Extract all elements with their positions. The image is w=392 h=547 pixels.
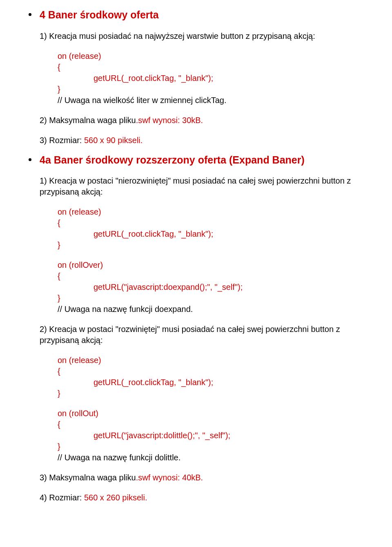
code-line-body: getURL(_root.clickTag, "_blank");	[58, 73, 363, 84]
step4-text-post: 560 x 260 pikseli.	[84, 493, 147, 502]
section-4a: 4a Baner środkowy rozszerzony oferta (Ex…	[29, 153, 363, 504]
code-line-on: on (release)	[58, 206, 363, 217]
step3-text-post: .swf wynosi: 40kB.	[136, 473, 203, 482]
section-4a-step4: 4) Rozmiar: 560 x 260 pikseli.	[40, 492, 363, 503]
code-line-close-brace: }	[58, 240, 363, 251]
code-line-close-brace: }	[58, 388, 363, 399]
bullet-icon	[29, 158, 31, 161]
section-4-code1: on (release) { getURL(_root.clickTag, "_…	[40, 51, 363, 106]
section-4-step2: 2) Maksymalna waga pliku.swf wynosi: 30k…	[40, 115, 363, 126]
section-4a-content: 4a Baner środkowy rozszerzony oferta (Ex…	[40, 153, 363, 504]
step2-text-pre: 2) Maksymalna waga pliku	[40, 116, 136, 125]
code-line-body: getURL("javascript:doexpand();", "_self"…	[58, 282, 363, 293]
code-line-open-brace: {	[58, 419, 363, 430]
code-line-close-brace: }	[58, 441, 363, 452]
section-4a-code4: on (rollOut) { getURL("javascript:dolitt…	[40, 408, 363, 463]
code-line-close-brace: }	[58, 293, 363, 304]
section-4a-step2: 2) Kreacja w postaci "rozwiniętej" musi …	[40, 324, 363, 346]
step4-text-pre: 4) Rozmiar:	[40, 493, 84, 502]
section-4a-step1: 1) Kreacja w postaci "nierozwiniętej" mu…	[40, 175, 363, 197]
code-line-on: on (release)	[58, 355, 363, 366]
section-4a-heading: 4a Baner środkowy rozszerzony oferta (Ex…	[40, 153, 363, 167]
code-line-on: on (rollOut)	[58, 408, 363, 419]
section-4a-code2: on (rollOver) { getURL("javascript:doexp…	[40, 260, 363, 315]
code-line-body: getURL("javascript:dolittle();", "_self"…	[58, 430, 363, 441]
code-comment: // Uwaga na nazwę funkcji doexpand.	[58, 304, 363, 315]
section-4-step3: 3) Rozmiar: 560 x 90 pikseli.	[40, 135, 363, 146]
code-line-body: getURL(_root.clickTag, "_blank");	[58, 377, 363, 388]
code-line-close-brace: }	[58, 84, 363, 95]
section-4-step1: 1) Kreacja musi posiadać na najwyższej w…	[40, 31, 363, 42]
code-line-open-brace: {	[58, 271, 363, 282]
section-4: 4 Baner środkowy oferta 1) Kreacja musi …	[29, 8, 363, 146]
section-4-heading: 4 Baner środkowy oferta	[40, 8, 363, 22]
step3-text-pre: 3) Rozmiar:	[40, 136, 84, 145]
code-line-open-brace: {	[58, 217, 363, 229]
code-line-open-brace: {	[58, 366, 363, 377]
section-4a-code1: on (release) { getURL(_root.clickTag, "_…	[40, 206, 363, 251]
step3-text-post: 560 x 90 pikseli.	[84, 136, 143, 145]
code-line-on: on (rollOver)	[58, 260, 363, 271]
step2-text-post: .swf wynosi: 30kB.	[136, 116, 203, 125]
step3-text-pre: 3) Maksymalna waga pliku	[40, 473, 136, 482]
code-line-body: getURL(_root.clickTag, "_blank");	[58, 229, 363, 240]
section-4a-step3: 3) Maksymalna waga pliku.swf wynosi: 40k…	[40, 472, 363, 483]
section-4a-code3: on (release) { getURL(_root.clickTag, "_…	[40, 355, 363, 399]
code-line-on: on (release)	[58, 51, 363, 62]
code-comment: // Uwaga na nazwę funkcji dolittle.	[58, 452, 363, 463]
code-comment: // Uwaga na wielkość liter w zmiennej cl…	[58, 95, 363, 106]
document-page: 4 Baner środkowy oferta 1) Kreacja musi …	[0, 0, 392, 527]
section-4-content: 4 Baner środkowy oferta 1) Kreacja musi …	[40, 8, 363, 146]
bullet-icon	[29, 13, 31, 16]
code-line-open-brace: {	[58, 62, 363, 73]
